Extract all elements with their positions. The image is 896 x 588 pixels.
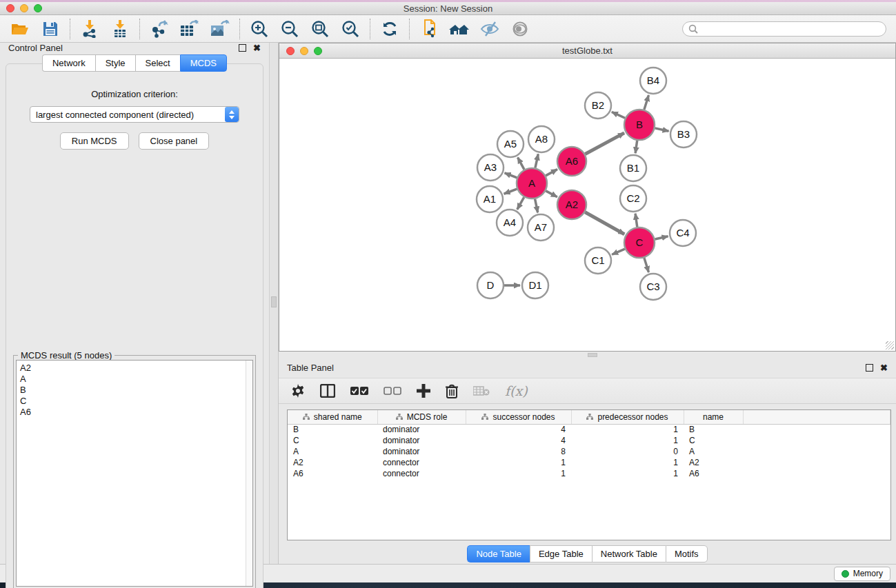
node-A[interactable]: A: [517, 168, 547, 199]
unchecked-boxes-icon[interactable]: [384, 386, 401, 396]
open-folder-icon[interactable]: [10, 19, 30, 39]
eye-icon[interactable]: [510, 19, 530, 39]
network-window-titlebar[interactable]: testGlobe.txt: [279, 43, 895, 59]
result-item[interactable]: A6: [20, 407, 242, 418]
mcds-result-list[interactable]: A2ABCA6: [16, 360, 253, 587]
edge-A-A5[interactable]: [518, 157, 525, 169]
table-cell[interactable]: B: [288, 424, 377, 435]
node-A8[interactable]: A8: [528, 126, 555, 152]
edge-B-B3[interactable]: [655, 128, 668, 131]
float-table-panel-icon[interactable]: [866, 364, 873, 372]
tab-select[interactable]: Select: [135, 54, 180, 72]
node-A2[interactable]: A2: [557, 190, 586, 219]
result-scrollbar[interactable]: [246, 361, 252, 586]
tab-network[interactable]: Network: [42, 54, 95, 72]
table-cell[interactable]: A2: [288, 457, 377, 468]
edge-A-A1[interactable]: [504, 189, 517, 194]
node-A3[interactable]: A3: [477, 154, 504, 181]
table-cell[interactable]: A2: [684, 457, 743, 468]
node-B4[interactable]: B4: [640, 68, 666, 94]
search-input[interactable]: [701, 24, 880, 34]
checked-boxes-icon[interactable]: [350, 386, 368, 396]
edge-A-A6[interactable]: [546, 170, 557, 176]
table-cell[interactable]: dominator: [377, 424, 466, 435]
tab-network-table[interactable]: Network Table: [592, 545, 666, 562]
import-network-icon[interactable]: [79, 19, 100, 39]
network-file-icon[interactable]: [419, 19, 439, 39]
edge-A-A7[interactable]: [535, 199, 538, 213]
close-panel-icon[interactable]: ✖: [253, 44, 261, 52]
table-cell[interactable]: 4: [466, 424, 571, 435]
table-cell[interactable]: 4: [466, 435, 571, 446]
optimization-dropdown[interactable]: largest connected component (directed): [30, 106, 239, 123]
table-cell[interactable]: connector: [377, 457, 466, 468]
table-cell[interactable]: C: [288, 435, 377, 446]
column-header-name[interactable]: name: [684, 410, 743, 424]
network-view[interactable]: B4B2BB3A8A5A6B1A3AA1C2A2A4A7C4CC1C3DD1: [279, 59, 895, 351]
edge-A-A2[interactable]: [546, 191, 557, 197]
node-A4[interactable]: A4: [497, 210, 523, 236]
node-C4[interactable]: C4: [670, 220, 696, 246]
node-A1[interactable]: A1: [477, 186, 503, 212]
edge-A-A4[interactable]: [517, 197, 524, 210]
search-box[interactable]: [682, 21, 886, 37]
edge-B-B2[interactable]: [612, 112, 625, 118]
tab-mcds[interactable]: MCDS: [180, 54, 227, 72]
edge-C-C1[interactable]: [612, 249, 625, 254]
edge-A2-C[interactable]: [585, 212, 624, 234]
node-B3[interactable]: B3: [670, 121, 697, 148]
node-A5[interactable]: A5: [497, 131, 524, 157]
zoom-selected-icon[interactable]: [340, 19, 361, 39]
edge-B-B4[interactable]: [644, 95, 649, 110]
home-icon[interactable]: [449, 19, 470, 39]
table-row[interactable]: Cdominator41C: [288, 435, 890, 446]
hide-eye-icon[interactable]: [479, 19, 500, 39]
zoom-in-icon[interactable]: [249, 19, 270, 39]
table-row[interactable]: Adominator80A: [288, 446, 890, 457]
node-C1[interactable]: C1: [585, 247, 611, 274]
zoom-fit-icon[interactable]: [310, 19, 330, 39]
export-table-icon[interactable]: [179, 19, 200, 39]
column-header-successor-nodes[interactable]: successor nodes: [466, 410, 571, 424]
table-cell[interactable]: [743, 435, 890, 446]
divider-handle-icon[interactable]: [271, 296, 277, 307]
column-header-shared-name[interactable]: shared name: [288, 410, 377, 424]
tab-edge-table[interactable]: Edge Table: [530, 545, 592, 562]
table-cell[interactable]: 0: [571, 446, 684, 457]
table-cell[interactable]: 1: [466, 468, 571, 479]
edge-A-A8[interactable]: [535, 154, 538, 168]
tab-motifs[interactable]: Motifs: [666, 545, 708, 562]
table-cell[interactable]: [743, 446, 890, 457]
node-C[interactable]: C: [624, 227, 655, 258]
import-table-icon[interactable]: [110, 19, 130, 39]
edge-A-A3[interactable]: [505, 173, 517, 178]
tab-style[interactable]: Style: [95, 54, 135, 72]
table-cell[interactable]: 8: [466, 446, 571, 457]
zoom-out-icon[interactable]: [279, 19, 300, 39]
edge-B-B1[interactable]: [635, 141, 637, 153]
close-panel-button[interactable]: Close panel: [139, 132, 210, 150]
table-row[interactable]: A6connector11A6: [288, 468, 890, 479]
node-C3[interactable]: C3: [640, 274, 666, 300]
edge-A6-B[interactable]: [585, 133, 624, 154]
edge-C-C3[interactable]: [644, 258, 649, 272]
float-panel-icon[interactable]: [239, 44, 246, 52]
export-image-icon[interactable]: [210, 19, 230, 39]
result-item[interactable]: A2: [20, 363, 242, 374]
close-table-panel-icon[interactable]: ✖: [880, 364, 888, 372]
table-cell[interactable]: 1: [571, 468, 684, 479]
gear-icon[interactable]: [291, 384, 305, 398]
plus-icon[interactable]: [417, 384, 430, 398]
table-cell[interactable]: [743, 457, 890, 468]
export-network-icon[interactable]: [149, 19, 170, 39]
edge-C-C2[interactable]: [635, 214, 637, 227]
result-item[interactable]: A: [20, 374, 242, 385]
column-header-predecessor-nodes[interactable]: predecessor nodes: [571, 410, 684, 424]
table-cell[interactable]: B: [684, 424, 743, 435]
table-cell[interactable]: 1: [466, 457, 571, 468]
edge-C-C4[interactable]: [655, 236, 668, 239]
horizontal-divider[interactable]: [279, 352, 896, 358]
node-D1[interactable]: D1: [522, 272, 548, 298]
memory-button[interactable]: Memory: [834, 567, 890, 581]
node-A6[interactable]: A6: [557, 147, 586, 176]
